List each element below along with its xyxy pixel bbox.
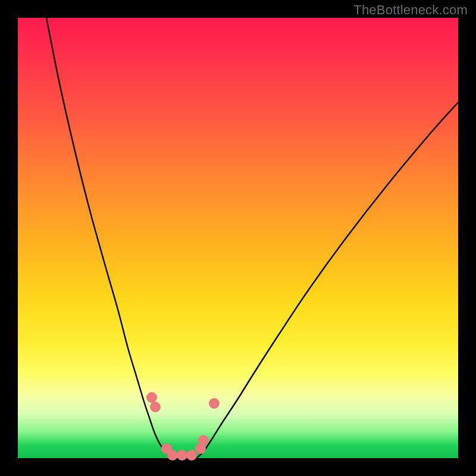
data-marker bbox=[177, 450, 187, 461]
data-marker bbox=[209, 398, 220, 409]
data-marker bbox=[146, 392, 157, 403]
data-marker bbox=[198, 435, 209, 446]
curve-right-branch bbox=[196, 102, 458, 458]
chart-frame: TheBottleneck.com bbox=[0, 0, 476, 476]
curve-left-branch bbox=[46, 18, 174, 458]
bottleneck-curve bbox=[18, 18, 458, 458]
data-marker bbox=[167, 450, 178, 461]
data-marker-group bbox=[146, 392, 220, 461]
data-marker bbox=[150, 402, 161, 412]
data-marker bbox=[186, 450, 197, 461]
chart-plot-area bbox=[18, 18, 458, 458]
watermark-text: TheBottleneck.com bbox=[353, 2, 468, 18]
